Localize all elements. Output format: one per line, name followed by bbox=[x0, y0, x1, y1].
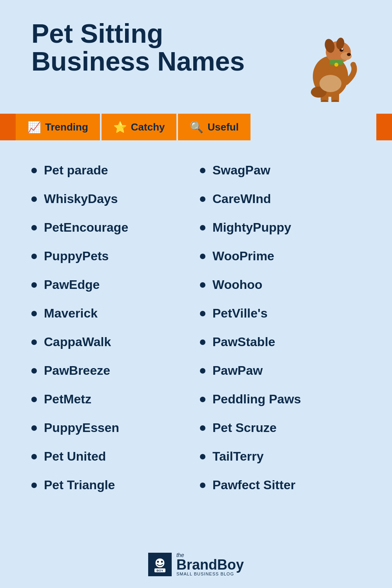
list-item-text: Pet Scruze bbox=[212, 421, 277, 435]
bullet bbox=[31, 368, 37, 374]
list-item-text: MightyPuppy bbox=[212, 220, 291, 235]
catchy-label: Catchy bbox=[131, 121, 165, 133]
bullet bbox=[200, 339, 205, 345]
bullet bbox=[31, 339, 37, 345]
list-item-text: SwagPaw bbox=[212, 163, 270, 178]
list-item-text: PawStable bbox=[212, 335, 275, 349]
bullet bbox=[200, 454, 205, 459]
footer: BOY the BrandBoy SMALL BUSINESS BLOG bbox=[0, 552, 392, 576]
bullet bbox=[31, 168, 37, 173]
brand-name: BrandBoy bbox=[176, 558, 244, 572]
bullet bbox=[200, 196, 205, 202]
page: Pet Sitting Business Names bbox=[0, 0, 392, 588]
list-item: WhiskyDays bbox=[31, 185, 200, 213]
list-item: WooPrime bbox=[200, 242, 368, 270]
list-item: PawStable bbox=[200, 328, 368, 356]
list-item-text: TailTerry bbox=[212, 449, 263, 464]
useful-label: Useful bbox=[207, 121, 238, 133]
brand-text: the BrandBoy SMALL BUSINESS BLOG bbox=[176, 552, 244, 576]
list-section: Pet paradeWhiskyDaysPetEncouragePuppyPet… bbox=[0, 140, 392, 507]
svg-point-19 bbox=[161, 561, 163, 563]
list-item: MightyPuppy bbox=[200, 213, 368, 242]
list-item: Pet Scruze bbox=[200, 414, 368, 442]
svg-point-18 bbox=[157, 561, 159, 563]
svg-point-17 bbox=[155, 558, 165, 568]
list-item: PawPaw bbox=[200, 356, 368, 385]
list-item: Pet United bbox=[31, 442, 200, 471]
list-item: PetEncourage bbox=[31, 213, 200, 242]
bullet bbox=[31, 282, 37, 288]
bullet bbox=[200, 368, 205, 374]
page-title: Pet Sitting Business Names bbox=[31, 20, 298, 76]
bullet bbox=[200, 311, 205, 316]
list-item: PawEdge bbox=[31, 270, 200, 299]
list-item-text: Pet Triangle bbox=[44, 478, 115, 492]
tag-bar: 📈 Trending ⭐ Catchy 🔍 Useful bbox=[0, 114, 392, 140]
title-line1: Pet Sitting bbox=[31, 18, 163, 48]
svg-point-9 bbox=[334, 63, 338, 67]
list-item-text: PawBreeze bbox=[44, 363, 110, 378]
list-item-text: PawPaw bbox=[212, 363, 263, 378]
list-item-text: PetVille's bbox=[212, 306, 267, 321]
bullet bbox=[31, 311, 37, 316]
brand-sub: SMALL BUSINESS BLOG bbox=[176, 572, 234, 576]
header: Pet Sitting Business Names bbox=[0, 0, 392, 110]
list-item: Pawfect Sitter bbox=[200, 471, 368, 499]
bullet bbox=[31, 196, 37, 202]
svg-point-3 bbox=[347, 53, 351, 56]
list-item-text: Peddling Paws bbox=[212, 392, 301, 407]
useful-tag[interactable]: 🔍 Useful bbox=[178, 114, 250, 140]
title-block: Pet Sitting Business Names bbox=[31, 20, 298, 76]
svg-point-13 bbox=[319, 75, 341, 92]
list-item-text: PawEdge bbox=[44, 278, 100, 292]
list-item-text: PuppyEssen bbox=[44, 421, 119, 435]
list-item: Maverick bbox=[31, 299, 200, 328]
list-item-text: Pet parade bbox=[44, 163, 108, 178]
bullet bbox=[200, 425, 205, 431]
trending-icon: 📈 bbox=[27, 121, 41, 134]
list-item: SwagPaw bbox=[200, 156, 368, 185]
bullet bbox=[31, 425, 37, 431]
bullet bbox=[200, 168, 205, 173]
list-item-text: Pawfect Sitter bbox=[212, 478, 296, 492]
bullet bbox=[200, 225, 205, 230]
list-item: PawBreeze bbox=[31, 356, 200, 385]
bullet bbox=[31, 483, 37, 488]
list-item: Pet Triangle bbox=[31, 471, 200, 499]
list-item: Woohoo bbox=[200, 270, 368, 299]
bullet bbox=[200, 483, 205, 488]
list-item: Pet parade bbox=[31, 156, 200, 185]
bullet bbox=[200, 254, 205, 259]
catchy-icon: ⭐ bbox=[113, 121, 127, 134]
list-item: Peddling Paws bbox=[200, 385, 368, 414]
list-item: PetMetz bbox=[31, 385, 200, 414]
list-item: CappaWalk bbox=[31, 328, 200, 356]
bullet bbox=[200, 282, 205, 288]
title-line2: Business Names bbox=[31, 46, 245, 76]
bullet bbox=[31, 397, 37, 402]
dog-illustration bbox=[298, 24, 361, 102]
brand-logo-icon: BOY bbox=[148, 553, 172, 576]
list-item: PetVille's bbox=[200, 299, 368, 328]
bullet bbox=[31, 254, 37, 259]
brand-logo: BOY the BrandBoy SMALL BUSINESS BLOG bbox=[148, 552, 244, 576]
dog-icon bbox=[299, 25, 360, 102]
list-column-right: SwagPawCareWIndMightyPuppyWooPrimeWoohoo… bbox=[200, 156, 368, 499]
list-item-text: PetMetz bbox=[44, 392, 91, 407]
list-item-text: Maverick bbox=[44, 306, 98, 321]
list-item-text: CappaWalk bbox=[44, 335, 111, 349]
catchy-tag[interactable]: ⭐ Catchy bbox=[102, 114, 177, 140]
bullet bbox=[200, 397, 205, 402]
list-item-text: CareWInd bbox=[212, 192, 271, 206]
list-item-text: WhiskyDays bbox=[44, 192, 118, 206]
trending-label: Trending bbox=[45, 121, 88, 133]
bullet bbox=[31, 225, 37, 230]
list-item-text: WooPrime bbox=[212, 249, 274, 263]
bullet bbox=[31, 454, 37, 459]
tag-accent-left bbox=[0, 114, 16, 140]
trending-tag[interactable]: 📈 Trending bbox=[16, 114, 100, 140]
list-column-left: Pet paradeWhiskyDaysPetEncouragePuppyPet… bbox=[31, 156, 200, 499]
list-item-text: Woohoo bbox=[212, 278, 262, 292]
list-item: PuppyEssen bbox=[31, 414, 200, 442]
list-item: TailTerry bbox=[200, 442, 368, 471]
